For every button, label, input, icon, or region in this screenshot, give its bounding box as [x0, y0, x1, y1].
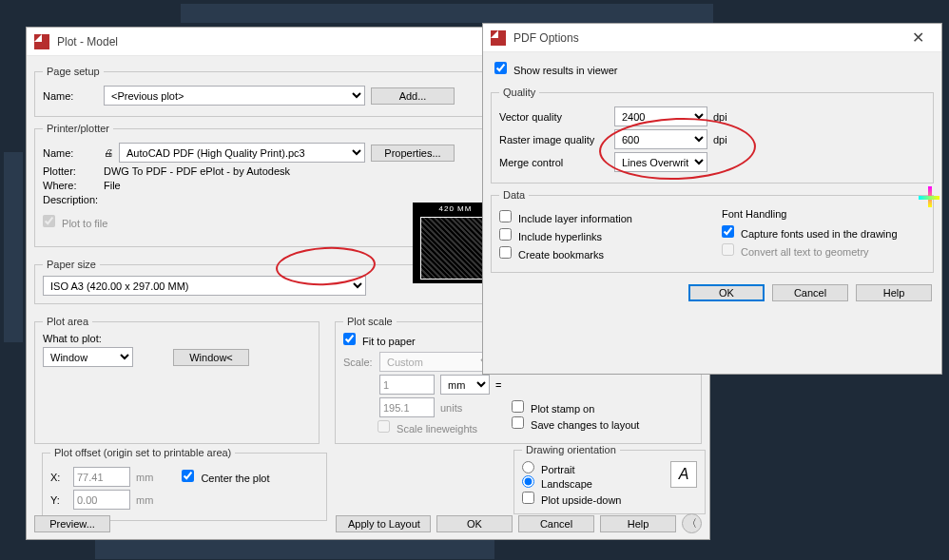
- preview-button[interactable]: Preview...: [34, 515, 110, 532]
- autocad-logo-icon: [34, 34, 49, 49]
- where-label: Where:: [43, 180, 98, 191]
- save-changes-checkbox[interactable]: Save changes to layout: [512, 416, 702, 431]
- scale-select: Custom: [379, 352, 494, 372]
- merge-control-label: Merge control: [499, 157, 609, 168]
- apply-layout-button[interactable]: Apply to Layout: [336, 515, 431, 532]
- units-label: units: [440, 402, 462, 414]
- quality-group: Quality Vector quality 2400 dpi Raster i…: [491, 87, 934, 183]
- convert-text-checkbox: Convert all text to geometry: [722, 243, 925, 258]
- page-setup-name-select[interactable]: <Previous plot>: [104, 86, 365, 106]
- include-layer-checkbox[interactable]: Include layer information: [499, 210, 703, 224]
- offset-x-input: [73, 467, 130, 487]
- plot-ok-button[interactable]: OK: [436, 515, 513, 532]
- page-setup-name-label: Name:: [43, 90, 98, 102]
- plot-offset-group: Plot offset (origin set to printable are…: [42, 447, 327, 521]
- plotter-label: Plotter:: [43, 165, 98, 177]
- raster-quality-select[interactable]: 600: [614, 129, 707, 149]
- what-to-plot-select[interactable]: Window: [43, 347, 133, 367]
- pdf-help-button[interactable]: Help: [856, 284, 932, 301]
- pdf-options-dialog: PDF Options ✕ Show results in viewer Qua…: [482, 23, 942, 375]
- scale-denominator: [379, 397, 435, 417]
- landscape-radio[interactable]: Landscape: [522, 475, 670, 490]
- fit-to-paper-checkbox[interactable]: Fit to paper: [343, 336, 416, 347]
- window-button[interactable]: Window<: [173, 349, 249, 366]
- vector-dpi: dpi: [713, 111, 727, 123]
- create-bookmarks-checkbox[interactable]: Create bookmarks: [499, 246, 703, 261]
- what-to-plot-label: What to plot:: [43, 333, 311, 344]
- raster-dpi: dpi: [713, 134, 727, 145]
- add-button[interactable]: Add...: [371, 87, 455, 105]
- scale-numerator: [379, 375, 435, 395]
- pdf-cancel-button[interactable]: Cancel: [772, 284, 848, 301]
- close-icon[interactable]: ✕: [902, 29, 934, 47]
- merge-control-select[interactable]: Lines Overwrite: [614, 152, 707, 172]
- crosshair-cursor-icon: [919, 186, 939, 207]
- plot-offset-legend: Plot offset (origin set to printable are…: [50, 447, 235, 458]
- plot-title: Plot - Model: [57, 35, 118, 48]
- properties-button[interactable]: Properties...: [371, 145, 455, 162]
- scale-label: Scale:: [343, 357, 374, 368]
- upside-down-checkbox[interactable]: Plot upside-down: [522, 492, 697, 506]
- vector-quality-label: Vector quality: [499, 111, 609, 123]
- plotter-value: DWG To PDF - PDF ePlot - by Autodesk: [104, 165, 290, 177]
- offset-x-label: X:: [50, 472, 68, 483]
- printer-legend: Printer/plotter: [43, 123, 113, 134]
- data-legend: Data: [499, 189, 529, 201]
- scale-lineweights-checkbox: Scale lineweights: [378, 423, 477, 434]
- center-plot-checkbox[interactable]: Center the plot: [182, 470, 269, 484]
- capture-fonts-checkbox[interactable]: Capture fonts used in the drawing: [722, 225, 925, 240]
- scale-unit-select[interactable]: mm: [440, 375, 490, 395]
- page-setup-legend: Page setup: [43, 66, 104, 77]
- plot-area-group: Plot area What to plot: Window Window<: [34, 316, 320, 444]
- plot-to-file-checkbox: Plot to file: [43, 215, 107, 229]
- plot-scale-legend: Plot scale: [343, 316, 397, 327]
- equals-sign: =: [495, 379, 501, 391]
- expand-button[interactable]: 〈: [682, 513, 702, 533]
- plot-help-button[interactable]: Help: [600, 515, 676, 532]
- offset-y-label: Y:: [50, 494, 68, 506]
- plot-cancel-button[interactable]: Cancel: [518, 515, 594, 532]
- orientation-group: Drawing orientation Portrait Landscape A…: [513, 444, 706, 514]
- pdf-titlebar[interactable]: PDF Options ✕: [483, 24, 941, 52]
- font-handling-label: Font Handling: [722, 208, 925, 220]
- portrait-radio[interactable]: Portrait: [522, 461, 670, 475]
- autocad-logo-icon: [491, 30, 506, 46]
- quality-legend: Quality: [499, 87, 539, 98]
- offset-y-input: [73, 490, 130, 510]
- paper-size-legend: Paper size: [43, 259, 100, 270]
- pdf-title: PDF Options: [513, 31, 579, 45]
- paper-size-select[interactable]: ISO A3 (420.00 x 297.00 MM): [43, 276, 366, 296]
- show-results-checkbox[interactable]: Show results in viewer: [494, 65, 618, 76]
- printer-name-label: Name:: [43, 147, 98, 159]
- data-group: Data Include layer information Include h…: [491, 189, 934, 273]
- pdf-ok-button[interactable]: OK: [688, 284, 765, 301]
- printer-name-select[interactable]: AutoCAD PDF (High Quality Print).pc3: [119, 143, 365, 163]
- orientation-legend: Drawing orientation: [522, 444, 620, 455]
- vector-quality-select[interactable]: 2400: [614, 106, 707, 126]
- raster-quality-label: Raster image quality: [499, 134, 609, 145]
- plot-stamp-checkbox[interactable]: Plot stamp on: [512, 400, 702, 415]
- include-hyperlinks-checkbox[interactable]: Include hyperlinks: [499, 228, 703, 242]
- plot-area-legend: Plot area: [43, 316, 92, 327]
- where-value: File: [104, 180, 121, 191]
- orientation-icon: A: [670, 461, 697, 488]
- description-label: Description:: [43, 194, 98, 205]
